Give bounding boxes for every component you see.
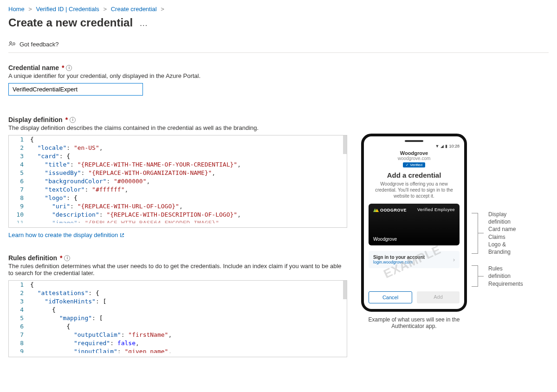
rules-definition-editor[interactable]: 1{ 2 "attestations": { 3 "idTokenHints":…	[8, 280, 347, 357]
required-icon: *	[60, 254, 62, 262]
info-icon[interactable]: i	[70, 117, 76, 123]
external-link-icon	[120, 233, 124, 238]
signin-url: login.woodgrove.com	[373, 260, 425, 264]
page-title: Create a new credential	[8, 16, 133, 29]
rules-definition-help: The rules definition determines what the…	[8, 263, 343, 276]
svg-point-0	[10, 42, 12, 44]
phone-status-bar: ▼ ◢ ▮ 10:28	[364, 144, 464, 150]
credential-name-input[interactable]	[8, 83, 143, 96]
phone-cancel-button: Cancel	[369, 291, 412, 303]
info-icon[interactable]: i	[64, 255, 70, 261]
phone-heading: Add a credential	[364, 171, 464, 179]
verified-badge: ✓ Verified	[403, 162, 425, 167]
more-icon[interactable]: …	[139, 19, 148, 28]
breadcrumb-create-credential[interactable]: Create credential	[111, 6, 157, 13]
credential-name-help: A unique identifier for your credential,…	[8, 72, 347, 79]
card-type-label: Verified Employee	[417, 207, 455, 213]
got-feedback-link[interactable]: Got feedback?	[19, 41, 59, 48]
required-icon: *	[65, 116, 68, 123]
breadcrumb-verified-id[interactable]: Verified ID | Credentials	[36, 6, 99, 13]
side-annotations: Display definition Card name Claims Logo…	[472, 211, 523, 297]
phone-caption: Example of what users will see in the Au…	[361, 316, 467, 329]
card-brand: OODGROVE	[373, 207, 407, 213]
minimap-icon	[343, 281, 347, 299]
credential-name-label: Credential name	[8, 64, 59, 71]
chevron-right-icon: ›	[453, 257, 455, 263]
phone-add-button: Add	[417, 291, 460, 303]
chevron-right-icon: >	[161, 6, 164, 13]
phone-org-name: Woodgrove	[364, 150, 464, 156]
rules-definition-label: Rules definition	[8, 254, 57, 262]
signin-title: Sign in to your account	[373, 255, 425, 260]
section-credential-name: Credential name * i A unique identifier …	[8, 64, 347, 96]
credential-card-preview: OODGROVE Verified Employee Woodgrove	[369, 204, 460, 245]
chevron-right-icon: >	[104, 6, 107, 13]
phone-speaker-icon	[405, 140, 423, 142]
phone-description: Woodgrove is offering you a new credenti…	[364, 181, 464, 199]
phone-org-url: woodgrove.com	[364, 156, 464, 161]
phone-time: 10:28	[449, 144, 460, 148]
breadcrumb-home[interactable]: Home	[8, 6, 25, 13]
minimap-icon	[343, 135, 347, 154]
display-definition-help: The display definition describes the cla…	[8, 124, 347, 131]
battery-icon: ▮	[445, 144, 447, 148]
signal-icon: ◢	[440, 144, 444, 148]
breadcrumb: Home > Verified ID | Credentials > Creat…	[8, 6, 549, 13]
signin-box: Sign in to your account login.woodgrove.…	[369, 251, 460, 268]
section-rules-definition: Rules definition * i The rules definitio…	[8, 254, 347, 357]
display-definition-label: Display definition	[8, 116, 63, 123]
info-icon[interactable]: i	[66, 65, 72, 71]
learn-display-definition-link[interactable]: Learn how to create the display definiti…	[8, 231, 124, 238]
card-issuer: Woodgrove	[373, 237, 397, 242]
feedback-icon	[8, 40, 16, 48]
display-definition-editor[interactable]: 1{ 2 "locale": "en-US", 3 "card": { 4 "t…	[8, 135, 347, 228]
required-icon: *	[62, 64, 64, 71]
section-display-definition: Display definition * i The display defin…	[8, 116, 347, 238]
svg-marker-2	[376, 209, 379, 212]
wifi-icon: ▼	[435, 144, 440, 148]
chevron-right-icon: >	[28, 6, 32, 13]
phone-preview: ▼ ◢ ▮ 10:28 Woodgrove woodgrove.com ✓ Ve…	[361, 134, 467, 312]
